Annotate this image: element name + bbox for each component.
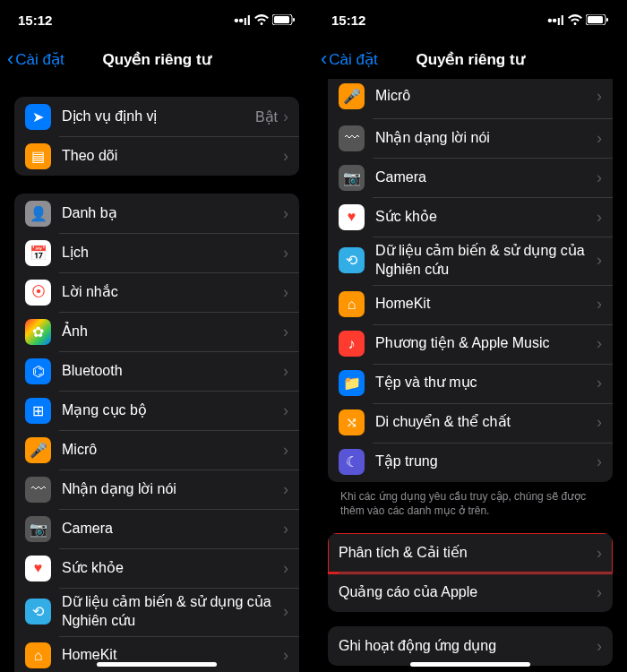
- status-time: 15:12: [18, 13, 52, 28]
- row-label: Dịch vụ định vị: [62, 108, 255, 126]
- row-label: Sức khỏe: [375, 208, 597, 227]
- list-row[interactable]: ♥Sức khỏe›: [328, 197, 613, 237]
- footer-note: Khi các ứng dụng yêu cầu truy cập, chúng…: [328, 482, 613, 520]
- homekit-icon: ⌂: [339, 291, 365, 317]
- homekit-icon: ⌂: [25, 642, 51, 668]
- status-bar: 15:12 ••ıl: [314, 0, 627, 39]
- back-button[interactable]: ‹ Cài đặt: [321, 49, 378, 69]
- music-icon: ♪: [339, 331, 365, 357]
- chevron-right-icon: ›: [597, 637, 602, 656]
- list-row[interactable]: 📁Tệp và thư mục›: [328, 364, 613, 403]
- list-row[interactable]: ⟲Dữ liệu cảm biến & sử dụng của Nghiên c…: [328, 237, 613, 285]
- list-row[interactable]: Ghi hoạt động ứng dụng›: [328, 626, 613, 666]
- group-apps: 👤Danh bạ›📅Lịch›⦿Lời nhắc›✿Ảnh›⌬Bluetooth…: [14, 194, 299, 672]
- row-label: Lời nhắc: [62, 283, 283, 302]
- row-label: HomeKit: [375, 295, 597, 314]
- chevron-right-icon: ›: [597, 583, 602, 602]
- svg-rect-4: [588, 16, 603, 23]
- network-icon: ⊞: [25, 398, 51, 424]
- research-icon: ⟲: [339, 247, 365, 273]
- row-label: Phân tích & Cải tiến: [339, 544, 597, 563]
- list-row[interactable]: Quảng cáo của Apple›: [328, 573, 613, 612]
- chevron-right-icon: ›: [597, 374, 602, 392]
- chevron-right-icon: ›: [597, 413, 602, 432]
- signal-icon: ••ıl: [547, 13, 564, 28]
- chevron-right-icon: ›: [283, 401, 288, 420]
- chevron-right-icon: ›: [283, 441, 288, 460]
- list-row[interactable]: 📷Camera›: [328, 158, 613, 197]
- calendar-icon: 📅: [25, 240, 51, 266]
- list-row[interactable]: ♥Sức khỏe›: [14, 548, 299, 588]
- home-indicator: [97, 662, 217, 667]
- list-row[interactable]: Phân tích & Cải tiến›: [328, 533, 613, 573]
- list-row[interactable]: ⟲Dữ liệu cảm biến & sử dụng của Nghiên c…: [14, 588, 299, 636]
- list-row[interactable]: ☾Tập trung›: [328, 443, 613, 482]
- row-label: Di chuyển & thể chất: [375, 413, 597, 432]
- list-row[interactable]: ✿Ảnh›: [14, 312, 299, 351]
- row-label: Dữ liệu cảm biến & sử dụng của Nghiên cứ…: [62, 593, 283, 631]
- row-label: Ghi hoạt động ứng dụng: [339, 637, 597, 656]
- status-time: 15:12: [331, 13, 365, 28]
- list-row[interactable]: ▤Theo dõi›: [14, 136, 299, 176]
- chevron-right-icon: ›: [283, 204, 288, 223]
- row-status: Bật: [255, 108, 278, 125]
- list-row[interactable]: ⦿Lời nhắc›: [14, 272, 299, 312]
- back-button[interactable]: ‹ Cài đặt: [7, 49, 64, 69]
- svg-rect-2: [293, 18, 295, 22]
- chevron-right-icon: ›: [283, 646, 288, 665]
- chevron-right-icon: ›: [283, 602, 288, 621]
- chevron-right-icon: ›: [283, 520, 288, 538]
- chevron-right-icon: ›: [283, 362, 288, 381]
- group-location: ➤Dịch vụ định vịBật›▤Theo dõi›: [14, 97, 299, 176]
- health-icon: ♥: [25, 556, 51, 582]
- bluetooth-icon: ⌬: [25, 358, 51, 384]
- row-label: Dữ liệu cảm biến & sử dụng của Nghiên cứ…: [375, 242, 597, 280]
- list-row[interactable]: ⌂HomeKit›: [328, 285, 613, 324]
- nav-bar: ‹ Cài đặt Quyền riêng tư: [0, 39, 314, 79]
- speech-icon: 〰: [339, 125, 365, 151]
- row-label: Micrô: [62, 441, 283, 460]
- svg-rect-1: [274, 16, 289, 23]
- row-label: Camera: [62, 520, 283, 538]
- list-row[interactable]: 〰Nhận dạng lời nói›: [328, 118, 613, 158]
- status-icons: ••ıl: [234, 13, 296, 28]
- list-row[interactable]: ♪Phương tiện & Apple Music›: [328, 324, 613, 364]
- list-row[interactable]: ⌬Bluetooth›: [14, 351, 299, 391]
- list-row[interactable]: 🎤Micrô›: [328, 79, 613, 118]
- list-row[interactable]: 📅Lịch›: [14, 233, 299, 272]
- reminders-icon: ⦿: [25, 280, 51, 306]
- row-label: Sức khỏe: [62, 559, 283, 578]
- research-icon: ⟲: [25, 599, 51, 625]
- list-row[interactable]: 👤Danh bạ›: [14, 194, 299, 233]
- row-label: Ảnh: [62, 323, 283, 341]
- list-row[interactable]: 📷Camera›: [14, 509, 299, 548]
- chevron-right-icon: ›: [597, 334, 602, 353]
- svg-rect-5: [606, 18, 608, 22]
- chevron-right-icon: ›: [283, 147, 288, 166]
- row-label: Nhận dạng lời nói: [62, 480, 283, 499]
- list-row[interactable]: 🎤Micrô›: [14, 430, 299, 470]
- list-row[interactable]: ⊞Mạng cục bộ›: [14, 391, 299, 430]
- status-bar: 15:12 ••ıl: [0, 0, 314, 39]
- back-label: Cài đặt: [329, 50, 377, 69]
- phone-left: 15:12 ••ıl ‹ Cài đặt Quyền riêng tư ➤Dịc…: [0, 0, 314, 672]
- mic-icon: 🎤: [25, 437, 51, 463]
- chevron-right-icon: ›: [283, 244, 288, 263]
- photos-icon: ✿: [25, 319, 51, 345]
- group-analytics: Phân tích & Cải tiến›Quảng cáo của Apple…: [328, 533, 613, 612]
- speech-icon: 〰: [25, 477, 51, 503]
- wifi-icon: [254, 13, 269, 28]
- list-row[interactable]: 〰Nhận dạng lời nói›: [14, 470, 299, 509]
- chevron-right-icon: ›: [597, 544, 602, 563]
- battery-icon: [272, 13, 296, 28]
- chevron-right-icon: ›: [283, 480, 288, 499]
- list-row[interactable]: ➤Dịch vụ định vịBật›: [14, 97, 299, 136]
- chevron-right-icon: ›: [597, 251, 602, 270]
- row-label: Micrô: [375, 87, 597, 106]
- chevron-right-icon: ›: [283, 559, 288, 578]
- list-row[interactable]: ⤭Di chuyển & thể chất›: [328, 403, 613, 443]
- signal-icon: ••ıl: [234, 13, 251, 28]
- row-label: Theo dõi: [62, 147, 283, 166]
- location-icon: ➤: [25, 104, 51, 130]
- row-label: Bluetooth: [62, 362, 283, 381]
